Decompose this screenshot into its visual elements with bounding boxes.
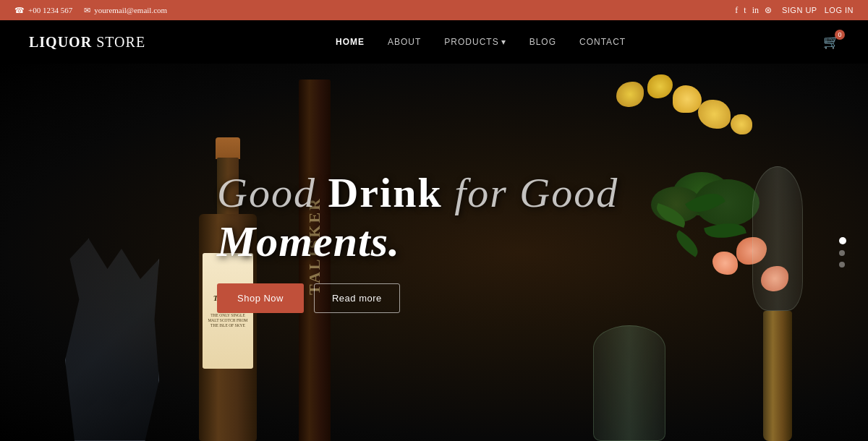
hero-moments: Moments. — [217, 218, 400, 265]
bottle-cap — [216, 137, 240, 159]
instagram-icon[interactable]: in — [752, 5, 759, 16]
nav-blog[interactable]: BLOG — [529, 37, 556, 47]
rose-yellow-4 — [616, 82, 644, 107]
lamp-globe — [752, 166, 803, 311]
auth-links: SIGN UP LOG IN — [782, 6, 854, 14]
rose-pink-2 — [712, 252, 738, 275]
dropdown-icon: ▾ — [501, 37, 506, 47]
hero-good-italic: Good — [217, 169, 328, 216]
carousel-dot-3[interactable] — [839, 262, 845, 267]
nav-contact[interactable]: CONTACT — [579, 37, 626, 47]
phone-icon: ☎ — [14, 6, 25, 15]
cart-icon[interactable]: 🛒 0 — [823, 34, 839, 50]
shop-now-button[interactable]: Shop Now — [217, 283, 304, 313]
hero-buttons: Shop Now Read more — [217, 283, 618, 313]
logo-bold: LIQUOR — [29, 34, 92, 50]
hero-for-good-italic: for Good — [443, 169, 619, 216]
nav-home[interactable]: HOME — [336, 37, 365, 47]
hero-drink-bold: Drink — [328, 169, 442, 216]
topbar: ☎ +00 1234 567 ✉ youremail@email.com f t… — [0, 0, 868, 20]
logo-light: STORE — [92, 34, 145, 50]
shop-icon[interactable]: ⊛ — [765, 5, 772, 16]
signup-link[interactable]: SIGN UP — [782, 6, 817, 14]
rose-yellow-1 — [673, 85, 702, 113]
glass-vase — [586, 296, 673, 441]
facebook-icon[interactable]: f — [735, 5, 738, 16]
phone-info: ☎ +00 1234 567 — [14, 6, 72, 15]
rose-yellow-2 — [647, 74, 673, 98]
email-info: ✉ youremail@email.com — [84, 6, 167, 15]
bottle-description: THE ONLY SINGLE MALT SCOTCH FROM THE ISL… — [205, 313, 250, 328]
topbar-right: f t in ⊛ SIGN UP LOG IN — [735, 5, 854, 16]
leaf-4 — [671, 230, 702, 257]
oil-lamp — [745, 166, 810, 441]
topbar-contact: ☎ +00 1234 567 ✉ youremail@email.com — [14, 6, 167, 15]
rose-yellow-3 — [698, 100, 731, 129]
hero-line1: Good Drink for Good — [217, 172, 618, 214]
nav-about[interactable]: ABOUT — [388, 37, 421, 47]
rose-yellow-5 — [731, 114, 752, 134]
phone-number: +00 1234 567 — [28, 6, 72, 14]
cart-badge: 0 — [835, 30, 845, 40]
carousel-dot-2[interactable] — [839, 250, 845, 256]
lamp-base — [763, 311, 792, 441]
hero-line2: Moments. — [217, 220, 618, 263]
hero-section: Talisker Est° 1830 THE ONLY SINGLE MALT … — [0, 64, 868, 441]
crystal-decoration — [65, 239, 159, 441]
carousel-dots — [839, 237, 846, 267]
email-icon: ✉ — [84, 6, 90, 15]
nav-links: HOME ABOUT PRODUCTS ▾ BLOG CONTACT — [336, 37, 626, 47]
twitter-icon[interactable]: t — [744, 5, 746, 16]
vase-body — [593, 325, 665, 441]
email-address: youremail@email.com — [94, 6, 167, 14]
navbar: LIQUOR STORE HOME ABOUT PRODUCTS ▾ BLOG … — [0, 20, 868, 64]
hero-text: Good Drink for Good Moments. Shop Now Re… — [217, 172, 618, 313]
social-icons: f t in ⊛ — [735, 5, 772, 16]
carousel-dot-1[interactable] — [839, 237, 846, 244]
nav-products[interactable]: PRODUCTS ▾ — [444, 37, 506, 47]
logo: LIQUOR STORE — [29, 34, 145, 51]
read-more-button[interactable]: Read more — [314, 283, 400, 313]
login-link[interactable]: LOG IN — [825, 6, 854, 14]
